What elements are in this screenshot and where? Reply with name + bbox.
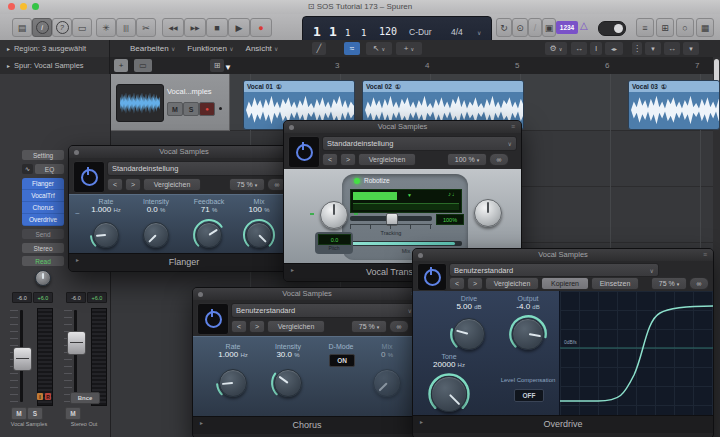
mix-knob[interactable]: [245, 221, 273, 249]
cycle-button[interactable]: ↻: [496, 18, 512, 37]
metronome-icon[interactable]: △: [580, 20, 588, 31]
toolbar-button[interactable]: ▭: [72, 18, 92, 37]
paste-button[interactable]: Einsetzen: [591, 277, 639, 290]
track-inspector-header[interactable]: ► Spur: Vocal Samples: [0, 57, 110, 74]
track-name[interactable]: Vocal...mples: [167, 87, 212, 96]
strip-solo-button[interactable]: S: [27, 407, 43, 420]
bar-ruler[interactable]: 3 4 5 6 7 ▼: [229, 57, 720, 74]
mix-slider[interactable]: [350, 241, 462, 246]
plugin-slot-chorus[interactable]: Chorus: [22, 202, 64, 214]
automation-mode-button[interactable]: Read: [22, 256, 64, 266]
input-monitor-button[interactable]: I: [37, 393, 43, 400]
drive-knob[interactable]: [452, 317, 486, 351]
smart-controls-button[interactable]: ✳: [96, 18, 116, 37]
menu-funktionen[interactable]: Funktionen ∨: [187, 44, 233, 53]
prev-preset-button[interactable]: <: [322, 153, 338, 166]
compare-button[interactable]: Vergleichen: [267, 320, 325, 333]
prev-preset-button[interactable]: <: [449, 277, 465, 290]
editors-button[interactable]: ✂: [136, 18, 156, 37]
close-icon[interactable]: [198, 292, 203, 297]
mix-knob[interactable]: [372, 368, 402, 398]
power-button[interactable]: [288, 136, 320, 168]
d-mode-button[interactable]: ON: [329, 354, 355, 367]
zoom-preset-2-button[interactable]: ↔: [664, 42, 680, 55]
flex-button[interactable]: ≈: [344, 42, 360, 55]
power-button[interactable]: [417, 263, 447, 291]
send-slot[interactable]: Send: [22, 229, 64, 239]
play-button[interactable]: ▶: [228, 18, 250, 37]
master-volume-toggle[interactable]: [598, 21, 626, 36]
wet-dry-stepper[interactable]: 75 %▾: [229, 178, 265, 191]
snap-menu-button[interactable]: ⚙∨: [545, 42, 567, 55]
track-record-button[interactable]: ●: [199, 102, 215, 116]
overdrive-window[interactable]: Vocal Samples ≡ Benutzerstandard∨ < > Ve…: [412, 248, 714, 437]
window-menu-icon[interactable]: ≡: [703, 251, 707, 258]
close-icon[interactable]: [74, 150, 79, 155]
control-surfaces-button[interactable]: ▦: [696, 18, 714, 37]
window-menu-icon[interactable]: ≡: [511, 123, 515, 130]
playhead-icon[interactable]: ▼: [224, 63, 232, 72]
preset-field[interactable]: Benutzerstandard∨: [231, 303, 417, 318]
pitch-value[interactable]: 0.0: [318, 234, 351, 245]
eq-thumbnail[interactable]: ∿: [22, 164, 33, 174]
track-icon-box[interactable]: [116, 84, 164, 122]
level-comp-button[interactable]: OFF: [514, 389, 544, 402]
grid-button[interactable]: ⊞: [210, 59, 224, 72]
menu-bearbeiten[interactable]: Bearbeiten ∨: [130, 44, 175, 53]
tracking-slider[interactable]: [350, 216, 432, 221]
chorus-window[interactable]: Vocal Samples ≡ Benutzerstandard∨ < > Ve…: [192, 287, 422, 437]
tracking-value[interactable]: 100%: [436, 214, 464, 225]
list-editors-button[interactable]: ≡: [636, 18, 654, 37]
compare-button[interactable]: Vergleichen: [485, 277, 539, 290]
vzoom-button[interactable]: I: [590, 42, 602, 55]
add-track-button[interactable]: +: [114, 59, 128, 72]
compare-button[interactable]: Vergleichen: [358, 153, 416, 166]
pointer-tool-button[interactable]: ↖∨: [366, 42, 392, 55]
secondary-tool-button[interactable]: +∨: [396, 42, 422, 55]
volume-readout[interactable]: -6.0: [66, 292, 86, 303]
menu-ansicht[interactable]: Ansicht ∨: [246, 44, 279, 53]
forward-button[interactable]: ▶▶: [184, 18, 206, 37]
intensity-knob[interactable]: [142, 221, 170, 249]
next-preset-button[interactable]: >: [340, 153, 356, 166]
mixer-button[interactable]: |||: [116, 18, 136, 37]
extended-params-icon[interactable]: ►: [419, 419, 424, 425]
wet-dry-stepper[interactable]: 75 %▾: [651, 277, 687, 290]
channel-eq-button[interactable]: EQ: [35, 164, 64, 174]
preset-field[interactable]: Standardeinstellung∨: [107, 161, 295, 176]
record-button[interactable]: ●: [250, 18, 272, 37]
region-inspector-header[interactable]: ► Region: 3 ausgewählt: [0, 40, 110, 57]
library-button[interactable]: ▤: [12, 18, 32, 37]
volume-readout[interactable]: -6.0: [12, 292, 32, 303]
extended-params-icon[interactable]: ►: [290, 267, 295, 273]
volume-fader[interactable]: [13, 347, 32, 371]
link-button[interactable]: ∞: [489, 153, 509, 166]
prev-preset-button[interactable]: <: [107, 178, 123, 191]
inspector-button[interactable]: i: [32, 18, 52, 37]
volume-fader[interactable]: [67, 331, 86, 355]
plugin-slot-flanger[interactable]: Flanger: [22, 178, 64, 190]
bounce-button[interactable]: Bnce: [70, 392, 100, 404]
strip-mute-button[interactable]: M: [11, 407, 27, 420]
copy-button[interactable]: Kopieren: [541, 277, 589, 290]
link-button[interactable]: ∞: [689, 277, 709, 290]
plugin-slot-vocaltrf[interactable]: VocalTrf: [22, 190, 64, 202]
wet-dry-stepper[interactable]: 100 %▾: [447, 153, 487, 166]
power-button[interactable]: [197, 303, 229, 335]
tone-knob[interactable]: [430, 375, 468, 413]
track-header[interactable]: Vocal...mples M S ●: [110, 74, 230, 131]
quick-help-button[interactable]: ?: [52, 18, 72, 37]
rate-knob[interactable]: [92, 221, 120, 249]
compare-button[interactable]: Vergleichen: [143, 178, 201, 191]
stop-button[interactable]: ■: [206, 18, 228, 37]
prev-preset-button[interactable]: <: [231, 320, 247, 333]
intensity-knob[interactable]: [273, 368, 303, 398]
lcd-chevron-icon[interactable]: ∨: [477, 29, 481, 36]
strip-mute-button[interactable]: M: [65, 407, 81, 420]
close-icon[interactable]: [289, 125, 294, 130]
power-button[interactable]: [73, 161, 105, 193]
rewind-button[interactable]: ◀◀: [162, 18, 184, 37]
replace-button[interactable]: ▣: [542, 18, 556, 37]
next-preset-button[interactable]: >: [125, 178, 141, 191]
preset-field[interactable]: Benutzerstandard∨: [449, 263, 659, 277]
